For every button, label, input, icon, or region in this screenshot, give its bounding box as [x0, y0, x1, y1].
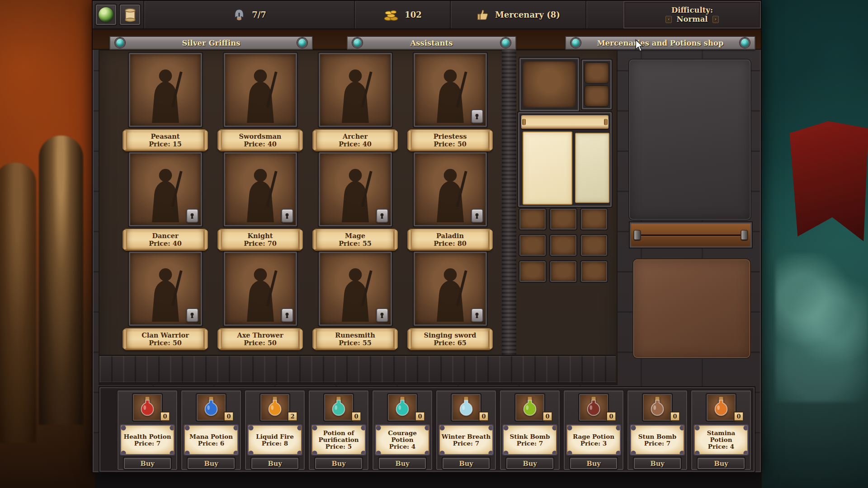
difficulty-panel: Difficulty: ‹ Normal › [623, 1, 761, 28]
tab-assistants[interactable]: Assistants [347, 36, 516, 50]
buy-button[interactable]: Buy [443, 458, 490, 469]
inventory-slot[interactable] [550, 235, 576, 256]
buy-button[interactable]: Buy [698, 458, 745, 469]
potion-icon-slot[interactable]: 0 [579, 394, 608, 421]
buy-button[interactable]: Buy [634, 458, 681, 469]
buy-button[interactable]: Buy [315, 458, 362, 469]
unit-portrait[interactable] [224, 152, 297, 226]
equipment-slot[interactable] [585, 86, 609, 106]
unit-portrait[interactable] [319, 152, 392, 226]
unit-portrait[interactable] [129, 252, 202, 326]
inventory-slot[interactable] [519, 209, 546, 230]
tab-mercenaries-and-potions-shop[interactable]: Mercenaries and Potions shop [565, 36, 755, 50]
potion-icon-slot[interactable]: 0 [133, 394, 162, 421]
world-map-button[interactable] [96, 5, 116, 25]
difficulty-prev-button[interactable]: ‹ [665, 16, 672, 23]
unit-card-runesmith[interactable]: Runesmith Price: 55 [313, 252, 397, 351]
potion-bottle-icon [585, 396, 603, 419]
unit-portrait[interactable] [319, 252, 392, 326]
unit-label-plate: Dancer Price: 40 [123, 229, 208, 251]
hooded-figure-silhouette [0, 163, 36, 443]
unit-card-knight[interactable]: Knight Price: 70 [218, 152, 302, 252]
unit-portrait[interactable] [129, 152, 202, 226]
inventory-slot[interactable] [550, 209, 576, 230]
unit-card-dancer[interactable]: Dancer Price: 40 [123, 152, 208, 252]
inventory-slot[interactable] [581, 209, 607, 230]
potion-icon-slot[interactable]: 0 [643, 394, 672, 421]
equipment-slot[interactable] [585, 63, 609, 83]
potion-label-plate: Stamina Potion Price: 4 [694, 425, 748, 455]
inventory-slot[interactable] [519, 261, 546, 282]
unit-silhouette [142, 62, 189, 125]
unit-card-clan-warrior[interactable]: Clan Warrior Price: 50 [123, 252, 208, 351]
tab-ornament-icon [571, 38, 581, 48]
lock-icon [376, 209, 388, 223]
unit-portrait[interactable] [129, 53, 202, 127]
unit-label-plate: Singing sword Price: 65 [408, 328, 492, 350]
buy-button[interactable]: Buy [379, 458, 426, 469]
potion-icon-slot[interactable]: 0 [324, 394, 353, 421]
unit-card-singing-sword[interactable]: Singing sword Price: 65 [408, 252, 492, 351]
buy-button[interactable]: Buy [124, 458, 171, 469]
unit-portrait[interactable] [224, 252, 297, 326]
unit-card-axe-thrower[interactable]: Axe Thrower Price: 50 [218, 252, 302, 351]
potion-icon-slot[interactable]: 0 [388, 394, 417, 421]
buy-button[interactable]: Buy [188, 458, 235, 469]
potion-icon-slot[interactable]: 0 [515, 394, 544, 421]
inventory-slot[interactable] [581, 261, 607, 282]
rod-end-cap [741, 230, 748, 240]
inventory-slot[interactable] [550, 261, 576, 282]
difficulty-next-button[interactable]: › [712, 16, 719, 23]
potion-cell-winter-breath: 0 Winter Breath Price: 7 Buy [436, 390, 496, 470]
buy-button[interactable]: Buy [251, 458, 298, 469]
inventory-slot[interactable] [581, 235, 607, 256]
inventory-slot[interactable] [519, 235, 546, 256]
unit-silhouette [142, 261, 189, 324]
unit-card-archer[interactable]: Archer Price: 40 [313, 53, 397, 152]
potion-name: Stamina Potion [696, 430, 746, 443]
potion-cell-courage-potion: 0 Courage Potion Price: 4 Buy [373, 390, 432, 470]
unit-portrait[interactable] [224, 53, 297, 127]
unit-card-priestess[interactable]: Priestess Price: 50 [408, 53, 492, 152]
potion-count-badge: 0 [352, 412, 361, 421]
potion-icon-slot[interactable]: 0 [197, 394, 226, 421]
potion-price: Price: 4 [708, 443, 734, 450]
potion-count-badge: 0 [415, 412, 425, 421]
unit-price: Price: 70 [244, 240, 277, 248]
tab-silver-griffins[interactable]: Silver Griffins [109, 36, 313, 50]
quest-log-button[interactable] [120, 5, 140, 25]
unit-price: Price: 55 [339, 339, 372, 347]
scroll-rod-slider[interactable] [630, 222, 752, 248]
unit-portrait[interactable] [414, 152, 487, 226]
unit-portrait[interactable] [319, 53, 392, 127]
unit-card-swordsman[interactable]: Swordsman Price: 40 [218, 53, 302, 152]
background-battle-scene-left [0, 0, 95, 488]
unit-price: Price: 55 [339, 240, 372, 248]
potion-icon-slot[interactable]: 0 [452, 394, 481, 421]
unit-card-peasant[interactable]: Peasant Price: 15 [123, 53, 208, 152]
unit-silhouette [237, 261, 284, 324]
potion-icon-slot[interactable]: 2 [260, 394, 289, 421]
unit-card-mage[interactable]: Mage Price: 55 [313, 152, 397, 252]
helmet-icon [232, 8, 246, 22]
potion-name: Health Potion [124, 433, 171, 440]
unit-name: Runesmith [335, 332, 375, 339]
unit-card-paladin[interactable]: Paladin Price: 80 [408, 152, 492, 252]
buy-button[interactable]: Buy [570, 458, 617, 469]
reputation-section: Mercenary (8) [450, 1, 585, 28]
mercenary-portrait-slot[interactable] [519, 58, 579, 111]
tab-ornament-icon [500, 38, 511, 48]
lock-icon [471, 109, 483, 123]
unit-price: Price: 65 [434, 339, 467, 347]
tab-label: Silver Griffins [182, 39, 240, 47]
unit-name: Axe Thrower [237, 332, 283, 339]
army-count-section: 7/7 [143, 1, 354, 28]
unit-silhouette [427, 62, 474, 125]
buy-button[interactable]: Buy [506, 458, 553, 469]
unit-portrait[interactable] [414, 53, 487, 127]
potion-bottle-icon [330, 396, 348, 419]
unit-name: Peasant [151, 133, 180, 141]
unit-silhouette [332, 261, 379, 324]
potion-icon-slot[interactable]: 0 [707, 394, 736, 421]
unit-portrait[interactable] [414, 252, 487, 326]
